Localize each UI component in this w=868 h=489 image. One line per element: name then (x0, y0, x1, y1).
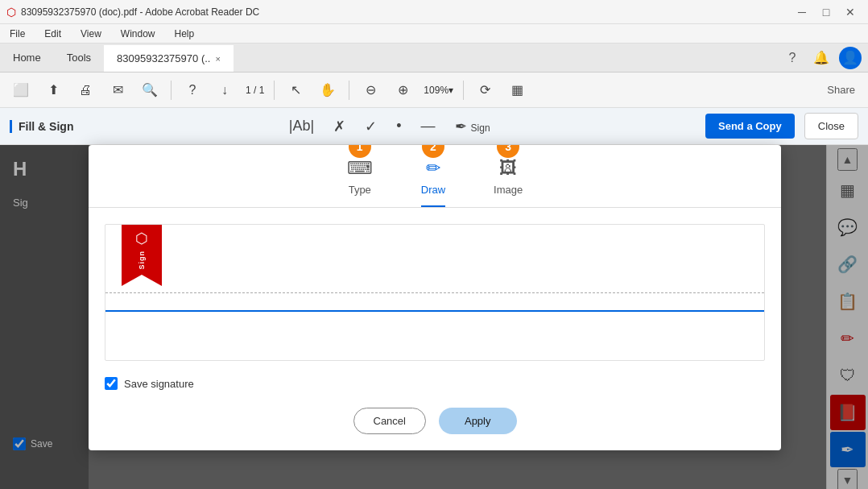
tab-close-icon[interactable]: × (215, 54, 220, 64)
check-tool-button[interactable]: ✓ (358, 114, 383, 139)
account-button[interactable]: 👤 (839, 47, 862, 69)
dialog-buttons: Cancel Apply (89, 398, 781, 450)
menu-window[interactable]: Window (118, 27, 159, 41)
tab-home[interactable]: Home (0, 44, 54, 72)
tab-type[interactable]: 1 ⌨ Type (347, 158, 373, 207)
separator3 (349, 81, 349, 100)
text-tool-button[interactable]: |Ab| (283, 114, 320, 138)
close-window-button[interactable]: ✕ (839, 3, 862, 21)
rotate-button[interactable]: ⟳ (470, 76, 499, 105)
help-button[interactable]: ? (781, 47, 804, 69)
separator2 (274, 81, 275, 100)
apply-button[interactable]: Apply (439, 408, 517, 434)
tab-image[interactable]: 3 🖼 Image (494, 158, 523, 207)
tab-draw[interactable]: 2 ✏ Draw (421, 158, 445, 207)
tab-document[interactable]: 83095932375970 (.. × (104, 44, 234, 72)
tab-bar: Home Tools 83095932375970 (.. × ? 🔔 👤 (0, 44, 868, 73)
email-button[interactable]: ✉ (103, 76, 132, 105)
zoom-in-button[interactable]: ⊕ (388, 76, 417, 105)
share-button[interactable]: Share (820, 81, 862, 99)
send-copy-button[interactable]: Send a Copy (705, 114, 795, 139)
dialog-overlay: 1 ⌨ Type 2 ✏ Draw 3 🖼 Image (0, 145, 868, 489)
sign-icon: ✒ (455, 118, 467, 135)
menu-file[interactable]: File (6, 27, 28, 41)
x-tool-button[interactable]: ✗ (327, 114, 352, 139)
new-button[interactable]: ⬜ (6, 76, 35, 105)
badge-1: 1 (349, 145, 371, 158)
adobe-bookmark: ⬡ Sign (122, 225, 162, 275)
signature-dialog: 1 ⌨ Type 2 ✏ Draw 3 🖼 Image (89, 145, 781, 450)
save-signature-row: Save signature (89, 369, 781, 398)
window-controls: ─ □ ✕ (791, 3, 862, 21)
zoom-out-button[interactable]: ⊖ (356, 76, 385, 105)
minimize-button[interactable]: ─ (791, 3, 813, 21)
dot-tool-button[interactable]: • (390, 114, 407, 138)
draw-icon: ✏ (426, 158, 440, 179)
fill-sign-tools: |Ab| ✗ ✓ • — ✒ Sign (83, 114, 696, 139)
dialog-tabs: 1 ⌨ Type 2 ✏ Draw 3 🖼 Image (89, 145, 781, 208)
tab-image-label: Image (494, 184, 523, 196)
more-button[interactable]: ▦ (502, 76, 531, 105)
hand-button[interactable]: ✋ (313, 76, 342, 105)
cancel-button[interactable]: Cancel (353, 408, 426, 434)
upload-button[interactable]: ⬆ (39, 76, 68, 105)
toolbar: ⬜ ⬆ 🖨 ✉ 🔍 ? ↓ 1 / 1 ↖ ✋ ⊖ ⊕ 109%▾ ⟳ ▦ Sh… (0, 73, 868, 108)
menu-help[interactable]: Help (172, 27, 198, 41)
prev-page-button[interactable]: ↓ (210, 76, 239, 105)
sign-label: Sign (471, 122, 490, 134)
select-button[interactable]: ↖ (281, 76, 310, 105)
line-tool-button[interactable]: — (415, 114, 442, 138)
badge-2: 2 (422, 145, 444, 158)
maximize-button[interactable]: □ (815, 3, 837, 21)
acrobat-icon: ⬡ (135, 230, 148, 247)
page-number: 1 / 1 (242, 85, 267, 96)
window-title: 83095932375970 (doc).pdf - Adobe Acrobat… (21, 6, 259, 18)
sign-text: Sign (138, 251, 146, 270)
save-signature-checkbox-dialog[interactable] (105, 377, 118, 390)
fill-sign-label: Fill & Sign (10, 120, 73, 133)
menu-view[interactable]: View (77, 27, 105, 41)
fill-sign-bar: Fill & Sign |Ab| ✗ ✓ • — ✒ Sign Send a C… (0, 108, 868, 145)
main-area: H Sig Save ▲ ▦ 💬 🔗 📋 ✏ 🛡 📕 ✒ ▼ 1 ⌨ Type (0, 145, 868, 489)
title-bar: ⬡ 83095932375970 (doc).pdf - Adobe Acrob… (0, 0, 868, 24)
separator4 (463, 81, 464, 100)
menu-edit[interactable]: Edit (41, 27, 64, 41)
sign-tool-button[interactable]: ✒ Sign (448, 114, 497, 139)
draw-area[interactable]: ⬡ Sign (105, 224, 765, 361)
zoom-level: 109%▾ (420, 85, 457, 96)
separator (171, 81, 172, 100)
print-button[interactable]: 🖨 (71, 76, 100, 105)
app-icon: ⬡ (6, 6, 16, 19)
badge-3: 3 (497, 145, 519, 158)
tab-type-label: Type (349, 184, 371, 196)
menu-bar: File Edit View Window Help (0, 24, 868, 44)
search-button[interactable]: 🔍 (135, 76, 164, 105)
keyboard-icon: ⌨ (347, 158, 373, 179)
signature-line (105, 310, 764, 312)
image-icon: 🖼 (499, 158, 517, 179)
notifications-button[interactable]: 🔔 (810, 47, 833, 69)
dashed-guide-line (105, 292, 764, 293)
save-signature-label: Save signature (124, 378, 194, 390)
tab-tools[interactable]: Tools (54, 44, 104, 72)
tab-draw-label: Draw (421, 184, 445, 196)
help-tool-button[interactable]: ? (178, 76, 207, 105)
close-fill-sign-button[interactable]: Close (804, 113, 858, 139)
